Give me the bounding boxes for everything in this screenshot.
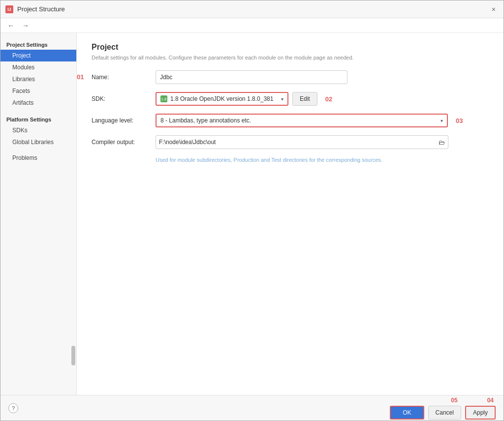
cancel-button[interactable]: Cancel [428,406,461,420]
sidebar: Project Settings Project Modules Librari… [0,33,77,395]
footer-left: ? [8,403,18,413]
compiler-output-wrap: 🗁 [156,135,448,149]
sdk-value: 1.8 Oracle OpenJDK version 1.8.0_381 [170,95,278,102]
annotation-04: 04 [487,397,494,404]
main-content: Project Settings Project Modules Librari… [0,33,504,395]
title-bar: IJ Project Structure × [0,0,504,18]
close-button[interactable]: × [489,4,499,14]
name-row: Name: [92,70,489,84]
browse-folder-button[interactable]: 🗁 [439,139,445,146]
content-title: Project [92,43,489,52]
annotation-01: 01 [77,73,84,81]
language-level-caret-icon: ▾ [441,118,443,123]
sidebar-item-sdks[interactable]: SDKs [0,124,76,136]
language-level-label: Language level: [92,117,156,124]
annotation-03: 03 [456,117,463,124]
sidebar-item-project[interactable]: Project [0,50,76,61]
name-input[interactable] [156,70,347,84]
footer: ? 05 04 OK Cancel Apply [0,395,504,421]
footer-annotations: 05 04 [451,397,496,404]
sdk-label: SDK: [92,95,156,102]
sidebar-scrollbar-thumb[interactable] [71,346,75,365]
footer-buttons: OK Cancel Apply [390,406,496,420]
annotation-02: 02 [325,95,332,103]
ok-button[interactable]: OK [390,406,424,420]
compiler-hint: Used for module subdirectories, Producti… [156,157,489,163]
sidebar-item-libraries[interactable]: Libraries [0,73,76,85]
sidebar-item-global-libraries[interactable]: Global Libraries [0,136,76,148]
compiler-output-label: Compiler output: [92,139,156,146]
content-area: 01 Project Default settings for all modu… [77,33,504,395]
help-button[interactable]: ? [8,403,18,413]
apply-button[interactable]: Apply [465,406,496,420]
platform-settings-label: Platform Settings [0,115,76,124]
title-bar-left: IJ Project Structure [5,5,65,13]
content-subtitle: Default settings for all modules. Config… [92,55,489,60]
footer-right: 05 04 OK Cancel Apply [390,397,496,420]
language-level-value: 8 - Lambdas, type annotations etc. [160,117,441,124]
edit-sdk-button[interactable]: Edit [292,92,317,106]
app-icon: IJ [5,5,13,13]
compiler-output-input[interactable] [159,139,439,146]
sidebar-item-facets[interactable]: Facets [0,85,76,97]
project-structure-dialog: IJ Project Structure × ← → Project Setti… [0,0,504,421]
sdk-dropdown[interactable]: 1.8 1.8 Oracle OpenJDK version 1.8.0_381… [156,92,288,106]
dialog-title: Project Structure [17,5,65,13]
annotation-05: 05 [451,397,457,404]
sidebar-item-modules[interactable]: Modules [0,61,76,73]
forward-button[interactable]: → [20,21,31,30]
nav-bar: ← → [0,18,504,33]
project-settings-label: Project Settings [0,40,76,50]
back-button[interactable]: ← [5,21,16,30]
sdk-controls: 1.8 1.8 Oracle OpenJDK version 1.8.0_381… [156,92,317,106]
name-label: Name: [92,74,156,81]
sdk-caret-icon: ▾ [281,96,284,102]
compiler-output-row: Compiler output: 🗁 [92,135,489,149]
language-level-row: Language level: 8 - Lambdas, type annota… [92,114,489,127]
sdk-row: SDK: 1.8 1.8 Oracle OpenJDK version 1.8.… [92,92,489,106]
language-level-dropdown[interactable]: 8 - Lambdas, type annotations etc. ▾ [156,114,448,127]
sidebar-item-artifacts[interactable]: Artifacts [0,97,76,109]
sdk-icon: 1.8 [160,95,167,102]
sidebar-item-problems[interactable]: Problems [0,152,76,164]
